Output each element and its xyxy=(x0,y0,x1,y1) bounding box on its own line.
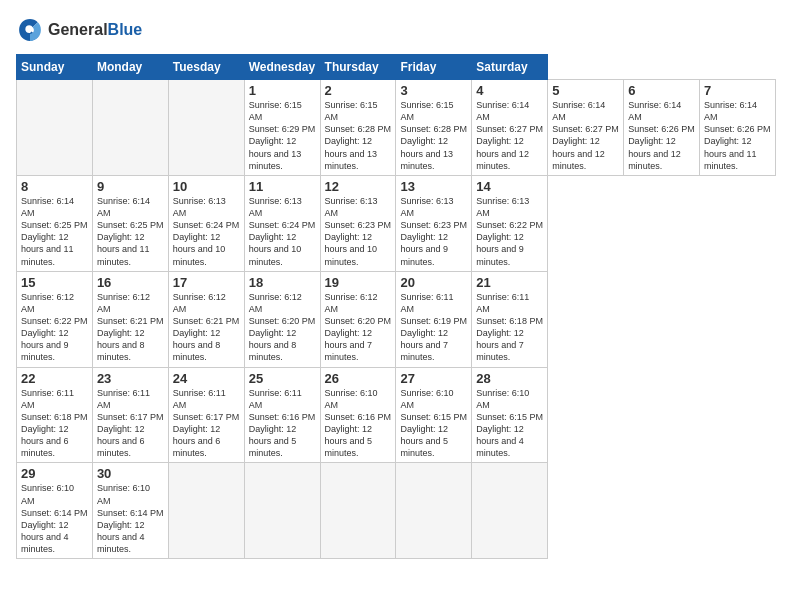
calendar-container: GeneralBlue SundayMondayTuesdayWednesday… xyxy=(0,0,792,569)
day-info: Sunrise: 6:13 AMSunset: 6:23 PMDaylight:… xyxy=(400,195,467,268)
day-info: Sunrise: 6:15 AMSunset: 6:29 PMDaylight:… xyxy=(249,99,316,172)
calendar-day-cell: 7 Sunrise: 6:14 AMSunset: 6:26 PMDayligh… xyxy=(700,80,776,176)
day-number: 24 xyxy=(173,371,240,386)
calendar-day-cell: 17 Sunrise: 6:12 AMSunset: 6:21 PMDaylig… xyxy=(168,271,244,367)
calendar-week-row: 29 Sunrise: 6:10 AMSunset: 6:14 PMDaylig… xyxy=(17,463,776,559)
day-info: Sunrise: 6:10 AMSunset: 6:15 PMDaylight:… xyxy=(400,387,467,460)
day-info: Sunrise: 6:13 AMSunset: 6:24 PMDaylight:… xyxy=(249,195,316,268)
day-info: Sunrise: 6:10 AMSunset: 6:16 PMDaylight:… xyxy=(325,387,392,460)
calendar-day-cell xyxy=(17,80,93,176)
calendar-day-cell: 30 Sunrise: 6:10 AMSunset: 6:14 PMDaylig… xyxy=(92,463,168,559)
day-info: Sunrise: 6:14 AMSunset: 6:27 PMDaylight:… xyxy=(476,99,543,172)
day-number: 10 xyxy=(173,179,240,194)
day-number: 25 xyxy=(249,371,316,386)
day-number: 1 xyxy=(249,83,316,98)
day-number: 23 xyxy=(97,371,164,386)
day-of-week-header: Sunday xyxy=(17,55,93,80)
calendar-day-cell: 26 Sunrise: 6:10 AMSunset: 6:16 PMDaylig… xyxy=(320,367,396,463)
day-info: Sunrise: 6:12 AMSunset: 6:20 PMDaylight:… xyxy=(325,291,392,364)
calendar-week-row: 15 Sunrise: 6:12 AMSunset: 6:22 PMDaylig… xyxy=(17,271,776,367)
day-number: 20 xyxy=(400,275,467,290)
logo-text: GeneralBlue xyxy=(48,21,142,39)
calendar-header-row: SundayMondayTuesdayWednesdayThursdayFrid… xyxy=(17,55,776,80)
day-number: 26 xyxy=(325,371,392,386)
day-info: Sunrise: 6:12 AMSunset: 6:22 PMDaylight:… xyxy=(21,291,88,364)
calendar-week-row: 1 Sunrise: 6:15 AMSunset: 6:29 PMDayligh… xyxy=(17,80,776,176)
calendar-day-cell: 29 Sunrise: 6:10 AMSunset: 6:14 PMDaylig… xyxy=(17,463,93,559)
calendar-week-row: 8 Sunrise: 6:14 AMSunset: 6:25 PMDayligh… xyxy=(17,175,776,271)
day-number: 30 xyxy=(97,466,164,481)
day-number: 4 xyxy=(476,83,543,98)
calendar-day-cell: 18 Sunrise: 6:12 AMSunset: 6:20 PMDaylig… xyxy=(244,271,320,367)
logo-icon xyxy=(16,16,44,44)
day-number: 13 xyxy=(400,179,467,194)
calendar-day-cell: 12 Sunrise: 6:13 AMSunset: 6:23 PMDaylig… xyxy=(320,175,396,271)
day-info: Sunrise: 6:14 AMSunset: 6:27 PMDaylight:… xyxy=(552,99,619,172)
calendar-day-cell: 9 Sunrise: 6:14 AMSunset: 6:25 PMDayligh… xyxy=(92,175,168,271)
day-info: Sunrise: 6:10 AMSunset: 6:15 PMDaylight:… xyxy=(476,387,543,460)
calendar-day-cell: 25 Sunrise: 6:11 AMSunset: 6:16 PMDaylig… xyxy=(244,367,320,463)
day-info: Sunrise: 6:11 AMSunset: 6:18 PMDaylight:… xyxy=(476,291,543,364)
calendar-day-cell: 24 Sunrise: 6:11 AMSunset: 6:17 PMDaylig… xyxy=(168,367,244,463)
calendar-day-cell: 4 Sunrise: 6:14 AMSunset: 6:27 PMDayligh… xyxy=(472,80,548,176)
day-info: Sunrise: 6:10 AMSunset: 6:14 PMDaylight:… xyxy=(97,482,164,555)
calendar-table: SundayMondayTuesdayWednesdayThursdayFrid… xyxy=(16,54,776,559)
day-number: 9 xyxy=(97,179,164,194)
calendar-day-cell: 23 Sunrise: 6:11 AMSunset: 6:17 PMDaylig… xyxy=(92,367,168,463)
day-number: 3 xyxy=(400,83,467,98)
calendar-day-cell: 28 Sunrise: 6:10 AMSunset: 6:15 PMDaylig… xyxy=(472,367,548,463)
day-info: Sunrise: 6:15 AMSunset: 6:28 PMDaylight:… xyxy=(400,99,467,172)
day-of-week-header: Tuesday xyxy=(168,55,244,80)
day-info: Sunrise: 6:15 AMSunset: 6:28 PMDaylight:… xyxy=(325,99,392,172)
day-number: 12 xyxy=(325,179,392,194)
calendar-day-cell: 19 Sunrise: 6:12 AMSunset: 6:20 PMDaylig… xyxy=(320,271,396,367)
day-info: Sunrise: 6:12 AMSunset: 6:20 PMDaylight:… xyxy=(249,291,316,364)
calendar-day-cell: 6 Sunrise: 6:14 AMSunset: 6:26 PMDayligh… xyxy=(624,80,700,176)
calendar-day-cell: 21 Sunrise: 6:11 AMSunset: 6:18 PMDaylig… xyxy=(472,271,548,367)
calendar-day-cell: 3 Sunrise: 6:15 AMSunset: 6:28 PMDayligh… xyxy=(396,80,472,176)
day-of-week-header: Monday xyxy=(92,55,168,80)
day-info: Sunrise: 6:11 AMSunset: 6:16 PMDaylight:… xyxy=(249,387,316,460)
calendar-day-cell: 22 Sunrise: 6:11 AMSunset: 6:18 PMDaylig… xyxy=(17,367,93,463)
day-number: 19 xyxy=(325,275,392,290)
day-number: 21 xyxy=(476,275,543,290)
calendar-day-cell xyxy=(472,463,548,559)
calendar-day-cell: 15 Sunrise: 6:12 AMSunset: 6:22 PMDaylig… xyxy=(17,271,93,367)
calendar-day-cell xyxy=(320,463,396,559)
calendar-day-cell: 14 Sunrise: 6:13 AMSunset: 6:22 PMDaylig… xyxy=(472,175,548,271)
day-number: 14 xyxy=(476,179,543,194)
day-info: Sunrise: 6:14 AMSunset: 6:26 PMDaylight:… xyxy=(628,99,695,172)
day-info: Sunrise: 6:11 AMSunset: 6:17 PMDaylight:… xyxy=(97,387,164,460)
calendar-day-cell: 1 Sunrise: 6:15 AMSunset: 6:29 PMDayligh… xyxy=(244,80,320,176)
calendar-day-cell xyxy=(92,80,168,176)
day-info: Sunrise: 6:14 AMSunset: 6:25 PMDaylight:… xyxy=(21,195,88,268)
day-number: 15 xyxy=(21,275,88,290)
day-of-week-header: Saturday xyxy=(472,55,548,80)
calendar-day-cell: 10 Sunrise: 6:13 AMSunset: 6:24 PMDaylig… xyxy=(168,175,244,271)
day-number: 29 xyxy=(21,466,88,481)
logo: GeneralBlue xyxy=(16,16,142,44)
day-info: Sunrise: 6:11 AMSunset: 6:18 PMDaylight:… xyxy=(21,387,88,460)
day-number: 17 xyxy=(173,275,240,290)
day-of-week-header: Thursday xyxy=(320,55,396,80)
day-number: 8 xyxy=(21,179,88,194)
day-info: Sunrise: 6:10 AMSunset: 6:14 PMDaylight:… xyxy=(21,482,88,555)
calendar-day-cell xyxy=(396,463,472,559)
calendar-day-cell xyxy=(168,463,244,559)
day-number: 5 xyxy=(552,83,619,98)
day-number: 7 xyxy=(704,83,771,98)
day-number: 6 xyxy=(628,83,695,98)
day-info: Sunrise: 6:11 AMSunset: 6:19 PMDaylight:… xyxy=(400,291,467,364)
day-info: Sunrise: 6:11 AMSunset: 6:17 PMDaylight:… xyxy=(173,387,240,460)
day-of-week-header: Friday xyxy=(396,55,472,80)
calendar-day-cell: 16 Sunrise: 6:12 AMSunset: 6:21 PMDaylig… xyxy=(92,271,168,367)
calendar-week-row: 22 Sunrise: 6:11 AMSunset: 6:18 PMDaylig… xyxy=(17,367,776,463)
day-number: 11 xyxy=(249,179,316,194)
day-info: Sunrise: 6:13 AMSunset: 6:22 PMDaylight:… xyxy=(476,195,543,268)
day-number: 22 xyxy=(21,371,88,386)
calendar-day-cell xyxy=(168,80,244,176)
day-number: 2 xyxy=(325,83,392,98)
calendar-body: 1 Sunrise: 6:15 AMSunset: 6:29 PMDayligh… xyxy=(17,80,776,559)
day-of-week-header: Wednesday xyxy=(244,55,320,80)
calendar-day-cell: 13 Sunrise: 6:13 AMSunset: 6:23 PMDaylig… xyxy=(396,175,472,271)
